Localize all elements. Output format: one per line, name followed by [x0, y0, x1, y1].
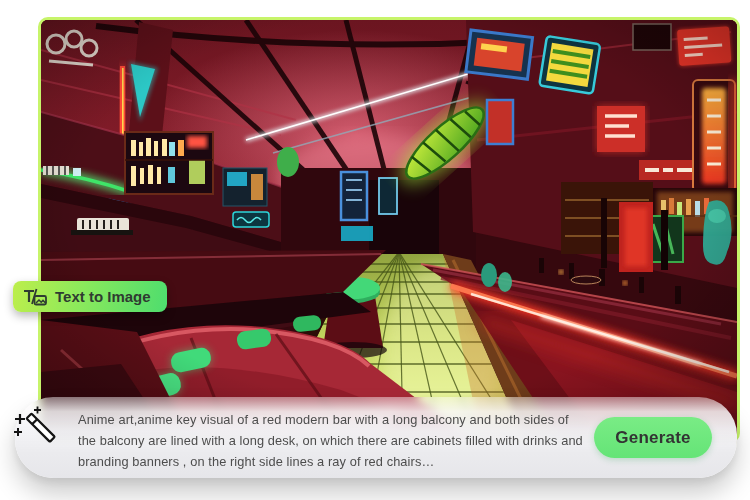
text-to-image-app: Anime art,anime key visual of a red mode…: [0, 0, 750, 500]
prompt-line: branding banners , on the right side lin…: [78, 451, 583, 472]
generated-image: [38, 17, 740, 443]
prompt-bar: Anime art,anime key visual of a red mode…: [15, 397, 737, 478]
prompt-line: Anime art,anime key visual of a red mode…: [78, 409, 583, 430]
text-to-image-badge[interactable]: Text to Image: [13, 281, 167, 312]
prompt-input[interactable]: Anime art,anime key visual of a red mode…: [78, 409, 583, 472]
prompt-line: the balcony are lined with a long desk, …: [78, 430, 583, 451]
text-to-image-icon: [23, 288, 47, 306]
bar-scene-illustration: [41, 20, 737, 440]
generate-button[interactable]: Generate: [594, 417, 712, 458]
magic-wand-cursor-icon: [12, 401, 68, 453]
badge-label: Text to Image: [55, 288, 151, 305]
